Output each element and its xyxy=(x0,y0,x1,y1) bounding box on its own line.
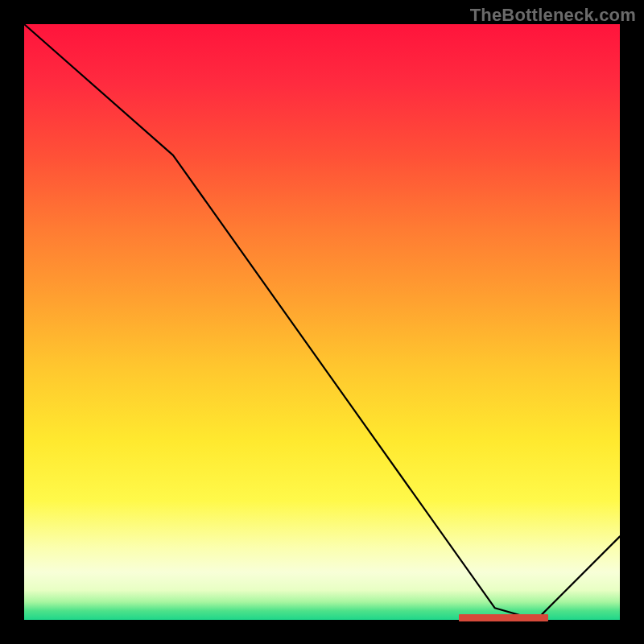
minimum-marker xyxy=(459,614,548,621)
watermark-label: TheBottleneck.com xyxy=(470,5,636,26)
curve-path xyxy=(24,24,620,620)
plot-area xyxy=(24,24,620,620)
bottleneck-curve xyxy=(24,24,620,620)
chart-container: TheBottleneck.com xyxy=(0,0,644,644)
plot-frame xyxy=(24,24,620,620)
